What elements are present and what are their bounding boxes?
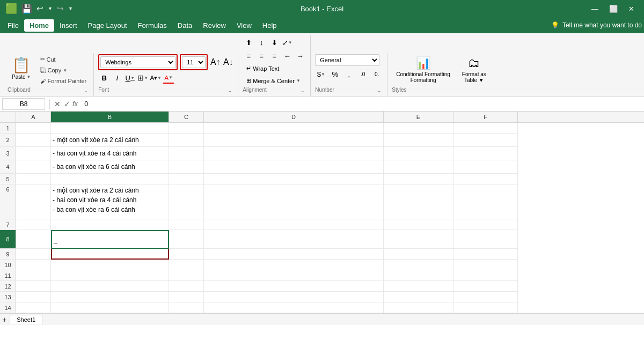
cell-a6[interactable] xyxy=(16,184,51,219)
cell-e9[interactable] xyxy=(384,249,453,260)
formula-confirm-icon[interactable]: ✓ xyxy=(64,100,70,108)
angle-dropdown-icon[interactable]: ▼ xyxy=(288,40,292,45)
cell-b6[interactable]: - một con vịt xòe ra 2 cái cánh - hai co… xyxy=(51,184,169,219)
name-box[interactable] xyxy=(2,98,45,110)
align-middle-button[interactable]: ↕ xyxy=(255,36,267,48)
cell-a2[interactable] xyxy=(16,134,51,147)
percent-button[interactable]: % xyxy=(329,68,341,80)
cell-e6[interactable] xyxy=(384,184,453,219)
cell-e4[interactable] xyxy=(384,160,453,174)
cell-a7[interactable] xyxy=(16,219,51,230)
menu-item-insert[interactable]: Insert xyxy=(54,19,83,32)
font-color-dropdown-icon[interactable]: ▼ xyxy=(169,75,173,80)
align-top-button[interactable]: ⬆ xyxy=(243,36,254,48)
number-expand-icon[interactable]: ⌄ xyxy=(376,87,383,94)
cell-c1[interactable] xyxy=(169,123,204,134)
cell-a1[interactable] xyxy=(16,123,51,134)
cell-f12[interactable] xyxy=(453,281,518,292)
cell-e2[interactable] xyxy=(384,134,453,147)
cell-d4[interactable] xyxy=(204,160,384,174)
increase-indent-button[interactable]: → xyxy=(294,50,306,62)
cell-a12[interactable] xyxy=(16,281,51,292)
cell-e3[interactable] xyxy=(384,147,453,160)
cell-c7[interactable] xyxy=(169,219,204,230)
redo-icon[interactable]: ↪ xyxy=(57,4,64,13)
border-button[interactable]: ⊞ ▼ xyxy=(137,72,149,84)
cell-c3[interactable] xyxy=(169,147,204,160)
cell-c9[interactable] xyxy=(169,249,204,260)
formula-input[interactable] xyxy=(82,100,642,108)
col-header-a[interactable]: A xyxy=(16,112,51,122)
cell-e12[interactable] xyxy=(384,281,453,292)
paste-button[interactable]: 📋 Paste ▼ xyxy=(8,54,35,82)
cell-c10[interactable] xyxy=(169,260,204,270)
cell-a10[interactable] xyxy=(16,260,51,270)
cell-a13[interactable] xyxy=(16,292,51,302)
cell-b5[interactable] xyxy=(51,174,169,184)
cell-b4[interactable]: - ba con vịt xòe ra 6 cái cánh xyxy=(51,160,169,174)
merge-center-button[interactable]: ⊞ Merge & Center ▼ xyxy=(243,76,306,86)
cell-d3[interactable] xyxy=(204,147,384,160)
row-num-1[interactable]: 1 xyxy=(0,123,16,134)
cell-d5[interactable] xyxy=(204,174,384,184)
row-num-2[interactable]: 2 xyxy=(0,134,16,147)
cell-a9[interactable] xyxy=(16,249,51,260)
row-num-8[interactable]: 8 xyxy=(0,230,16,249)
row-num-3[interactable]: 3 xyxy=(0,147,16,160)
cell-b13[interactable] xyxy=(51,292,169,302)
cell-f5[interactable] xyxy=(453,174,518,184)
cell-f6[interactable] xyxy=(453,184,518,219)
maximize-icon[interactable]: ⬜ xyxy=(605,5,622,13)
menu-item-view[interactable]: View xyxy=(231,19,257,32)
copy-dropdown-icon[interactable]: ▼ xyxy=(63,68,67,73)
cell-c4[interactable] xyxy=(169,160,204,174)
cell-c5[interactable] xyxy=(169,174,204,184)
row-num-12[interactable]: 12 xyxy=(0,281,16,292)
cell-d14[interactable] xyxy=(204,302,384,313)
row-num-5[interactable]: 5 xyxy=(0,174,16,184)
cell-f9[interactable] xyxy=(453,249,518,260)
menu-item-file[interactable]: File xyxy=(2,19,24,32)
font-expand-icon[interactable]: ⌄ xyxy=(227,87,233,94)
cell-f3[interactable] xyxy=(453,147,518,160)
format-painter-button[interactable]: 🖌 Format Painter xyxy=(38,76,90,86)
font-shrink-icon[interactable]: A↓ xyxy=(223,56,233,68)
cell-d9[interactable] xyxy=(204,249,384,260)
cell-a8[interactable] xyxy=(16,230,51,249)
menu-item-review[interactable]: Review xyxy=(197,19,231,32)
cell-a3[interactable] xyxy=(16,147,51,160)
font-size-select[interactable]: 11 xyxy=(182,56,206,68)
cell-e7[interactable] xyxy=(384,219,453,230)
cell-a4[interactable] xyxy=(16,160,51,174)
cell-a14[interactable] xyxy=(16,302,51,313)
row-num-10[interactable]: 10 xyxy=(0,260,16,270)
cell-e14[interactable] xyxy=(384,302,453,313)
col-header-b[interactable]: B xyxy=(51,112,169,122)
cell-f14[interactable] xyxy=(453,302,518,313)
cell-d6[interactable] xyxy=(204,184,384,219)
cell-c2[interactable] xyxy=(169,134,204,147)
underline-button[interactable]: U ▼ xyxy=(124,72,136,84)
format-as-table-button[interactable]: 🗂 Format as Table ▼ xyxy=(458,54,491,85)
cell-c6[interactable] xyxy=(169,184,204,219)
cell-f11[interactable] xyxy=(453,270,518,281)
cell-b1[interactable] xyxy=(51,123,169,134)
decrease-indent-button[interactable]: ← xyxy=(281,50,293,62)
row-num-6[interactable]: 6 xyxy=(0,184,16,219)
row-num-9[interactable]: 9 xyxy=(0,249,16,260)
merge-dropdown-icon[interactable]: ▼ xyxy=(296,78,301,83)
undo-icon[interactable]: ↩ xyxy=(36,4,43,13)
cell-e1[interactable] xyxy=(384,123,453,134)
cell-b10[interactable] xyxy=(51,260,169,270)
cell-e13[interactable] xyxy=(384,292,453,302)
cell-b11[interactable] xyxy=(51,270,169,281)
cell-e5[interactable] xyxy=(384,174,453,184)
cut-button[interactable]: ✂ Cut xyxy=(38,54,90,64)
row-num-13[interactable]: 13 xyxy=(0,292,16,302)
currency-button[interactable]: $ ▼ xyxy=(315,68,327,80)
row-num-7[interactable]: 7 xyxy=(0,219,16,230)
row-num-14[interactable]: 14 xyxy=(0,302,16,313)
col-header-f[interactable]: F xyxy=(453,112,518,122)
quick-access-more-icon[interactable]: ▼ xyxy=(68,6,73,11)
cell-d2[interactable] xyxy=(204,134,384,147)
